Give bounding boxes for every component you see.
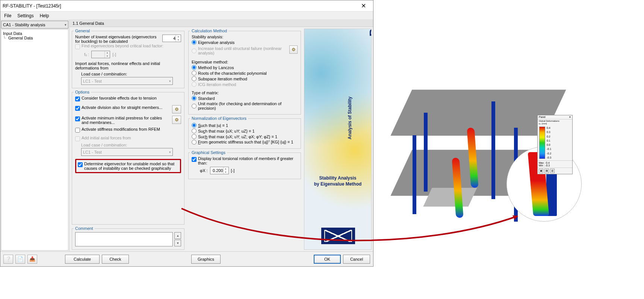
calc-method-group: Calculation Method Stability analysis: E… (188, 29, 301, 115)
comment-legend: Comment (74, 226, 95, 231)
find-beyond-checkbox (75, 44, 80, 49)
graphical-legend: Graphical Settings (190, 150, 227, 155)
case-combo[interactable]: CA1 - Stability analysis ▾ (1, 21, 68, 29)
options-loadcase-label: Load case / combination: (75, 143, 181, 147)
sidebar-caption: Stability Analysis by Eigenvalue Method (304, 175, 371, 187)
nav-tree[interactable]: Input Data General Data (1, 29, 68, 251)
chevron-down-icon: ▾ (65, 23, 67, 27)
activate-prestress-checkbox[interactable] (75, 116, 80, 121)
determine-eigenvector-label: Determine eigenvector for unstable model… (84, 162, 178, 171)
activate-division-checkbox[interactable] (75, 106, 80, 111)
sidebar-title: RF-STABILITY (367, 29, 372, 36)
radio-norm-3[interactable]: Such that max {uX; uY; uZ; φX; φY; φZ} =… (192, 134, 298, 139)
activate-division-check[interactable]: Activate division also for straight memb… (75, 105, 162, 111)
options-loadcase-value: LC1 - Test (83, 150, 102, 154)
f0-unit: [-] (112, 52, 116, 57)
cancel-button[interactable]: Cancel (343, 255, 370, 264)
radio-roots[interactable]: Roots of the characteristic polynomial (192, 71, 298, 76)
menu-help[interactable]: Help (38, 12, 51, 19)
dlubal-logo-icon (321, 228, 355, 244)
consider-tension-check[interactable]: Consider favorable effects due to tensio… (75, 96, 181, 101)
determine-eigenvector-checkbox[interactable] (78, 162, 83, 167)
radio-standard[interactable]: Standard (192, 96, 298, 101)
titlebar: RF-STABILITY - [Test12345r] ✕ (0, 0, 373, 12)
options-legend: Options (74, 90, 91, 94)
radio-norm-4[interactable]: From geometric stiffness such that {uj}ᵀ… (192, 140, 298, 145)
close-icon[interactable]: ✕ (356, 1, 371, 11)
f0-spinner (91, 51, 110, 58)
add-initial-check: Add initial axial forces from (75, 136, 181, 141)
radio-subspace[interactable]: Subspace iteration method (192, 76, 298, 81)
activate-stiffness-checkbox[interactable] (75, 128, 80, 133)
help-icon[interactable]: ❔ (3, 255, 13, 264)
window-title: RF-STABILITY - [Test12345r] (3, 3, 61, 9)
loadcase-select[interactable]: LC1 - Test ▾ (81, 77, 173, 85)
menu-settings[interactable]: Settings (15, 12, 36, 19)
comment-down-icon[interactable]: ▾ (174, 240, 181, 246)
add-initial-checkbox (75, 136, 80, 141)
color-scale-icon (539, 127, 545, 159)
menu-file[interactable]: File (2, 12, 14, 19)
eigen-count-spinner[interactable]: 4 (162, 35, 181, 42)
chevron-down-icon: ▾ (169, 150, 171, 154)
import-icon[interactable]: 📥 (27, 255, 37, 264)
menubar: File Settings Help (0, 12, 373, 20)
radio-icg: ICG iteration method (192, 82, 298, 87)
results-max: Max : 0.4 (539, 162, 571, 164)
panel-btn-2[interactable]: ▤ (544, 169, 549, 173)
loadcase-label: Load case / combination: (75, 72, 181, 76)
results-min: Min : -0.3 (539, 164, 571, 167)
import-label: Import axial forces, nonlinear effects a… (75, 61, 181, 70)
comment-textarea[interactable] (75, 232, 173, 246)
dialog-window: RF-STABILITY - [Test12345r] ✕ File Setti… (0, 0, 373, 267)
general-group: General Number of lowest eigenvalues (ei… (72, 29, 184, 88)
consider-tension-label: Consider favorable effects due to tensio… (82, 96, 157, 100)
normalization-legend: Normalization of Eigenvectors (190, 116, 248, 121)
close-icon[interactable]: ✕ (569, 116, 571, 119)
export-icon[interactable]: 📄 (15, 255, 25, 264)
consider-tension-checkbox[interactable] (75, 97, 80, 101)
find-beyond-label: Find eigenvectors beyond critical load f… (82, 44, 163, 48)
comment-group: Comment ▴ ▾ (72, 226, 184, 250)
tree-general-data[interactable]: General Data (3, 36, 67, 40)
eigen-count-label: Number of lowest eigenvalues (eigenvecto… (75, 35, 158, 44)
scale-ticks: 0.4 0.3 0.2 0.1 0.0 -0.1 -0.2 -0.3 (547, 127, 551, 159)
results-panel: Panel ✕ Global Deformations uₓ [mm] 0.4 … (537, 115, 573, 174)
activate-division-label: Activate division also for straight memb… (82, 105, 162, 110)
left-column: CA1 - Stability analysis ▾ Input Data Ge… (0, 20, 70, 251)
tree-root[interactable]: Input Data (3, 31, 67, 36)
activate-stiffness-check[interactable]: Activate stiffness modifications from RF… (75, 127, 181, 133)
comment-up-icon[interactable]: ▴ (174, 232, 181, 239)
radio-norm-2[interactable]: Such that max {uX; uY; uZ} = 1 (192, 128, 298, 133)
panel-btn-3[interactable]: ▥ (550, 169, 555, 173)
radio-unit-matrix[interactable]: Unit matrix (for checking and determinat… (192, 101, 298, 110)
results-panel-subtitle: Global Deformations uₓ [mm] (538, 119, 572, 125)
prestress-settings-icon[interactable]: ⚙ (172, 116, 181, 124)
panel-btn-1[interactable]: ▦ (539, 169, 543, 173)
activate-prestress-check[interactable]: Activate minimum initial prestress for c… (75, 116, 165, 125)
phi-spinner[interactable]: 0.200 (210, 167, 229, 174)
display-torsion-checkbox[interactable] (192, 157, 197, 162)
calculate-button[interactable]: Calculate (65, 255, 100, 264)
panel-title: 1.1 General Data (70, 20, 373, 27)
phi-unit: [-] (231, 168, 235, 173)
display-torsion-check[interactable]: Display local torsional rotation of memb… (192, 156, 298, 165)
division-settings-icon[interactable]: ⚙ (172, 105, 181, 113)
options-loadcase-select: LC1 - Test ▾ (81, 148, 173, 156)
general-legend: General (74, 29, 91, 33)
ok-button[interactable]: OK (314, 255, 341, 264)
radio-lanczos[interactable]: Method by Lanczos (192, 65, 298, 70)
graphics-button[interactable]: Graphics (191, 255, 221, 264)
options-group: Options Consider favorable effects due t… (72, 90, 184, 225)
radio-increase-load: Increase load until structural failure (… (192, 46, 289, 55)
radio-eigenvalue-analysis[interactable]: Eigenvalue analysis (192, 40, 298, 45)
chevron-down-icon: ▾ (169, 79, 171, 83)
determine-eigenvector-check[interactable]: Determine eigenvector for unstable model… (78, 162, 178, 171)
sidebar-subtitle: Analysis of Stability (347, 97, 352, 139)
nonlinear-settings-icon[interactable]: ⚙ (289, 45, 298, 54)
normalization-group: Normalization of Eigenvectors Such that … (188, 116, 301, 149)
radio-norm-1[interactable]: Such that |u| = 1 (192, 123, 298, 128)
graphical-group: Graphical Settings Display local torsion… (188, 150, 301, 179)
check-button[interactable]: Check (102, 255, 129, 264)
find-beyond-check: Find eigenvectors beyond critical load f… (75, 44, 181, 49)
